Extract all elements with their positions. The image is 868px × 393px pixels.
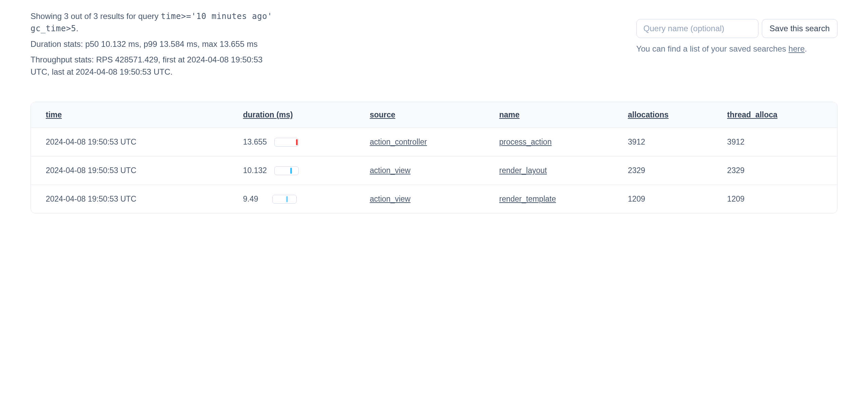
cell-duration: 10.132 xyxy=(236,156,363,185)
duration-value: 10.132 xyxy=(243,166,267,175)
cell-duration: 13.655 xyxy=(236,128,363,156)
cell-allocations: 2329 xyxy=(621,156,721,185)
duration-bar xyxy=(274,166,299,175)
duration-marker xyxy=(290,168,292,174)
duration-marker xyxy=(286,196,288,202)
duration-value: 9.49 xyxy=(243,194,265,204)
cell-name[interactable]: render_template xyxy=(492,185,621,213)
table-row: 2024-04-08 19:50:53 UTC10.132action_view… xyxy=(31,156,837,185)
cell-allocations: 3912 xyxy=(621,128,721,156)
cell-thread-allocations: 3912 xyxy=(721,128,837,156)
query-name-input[interactable] xyxy=(636,19,758,38)
results-suffix: . xyxy=(76,24,79,33)
col-header-duration[interactable]: duration (ms) xyxy=(236,102,363,128)
cell-source[interactable]: action_controller xyxy=(363,128,492,156)
col-header-time[interactable]: time xyxy=(31,102,236,128)
cell-allocations: 1209 xyxy=(621,185,721,213)
throughput-stats: Throughput stats: RPS 428571.429, first … xyxy=(31,54,275,78)
saved-searches-link[interactable]: here xyxy=(788,44,805,53)
table-row: 2024-04-08 19:50:53 UTC13.655action_cont… xyxy=(31,128,837,156)
saved-searches-hint: You can find a list of your saved search… xyxy=(636,44,807,54)
table-row: 2024-04-08 19:50:53 UTC9.49action_viewre… xyxy=(31,185,837,213)
col-header-name[interactable]: name xyxy=(492,102,621,128)
cell-duration: 9.49 xyxy=(236,185,363,213)
cell-thread-allocations: 1209 xyxy=(721,185,837,213)
duration-marker xyxy=(296,139,298,145)
duration-bar xyxy=(272,195,297,204)
save-search-panel: Save this search You can find a list of … xyxy=(636,10,837,54)
cell-time: 2024-04-08 19:50:53 UTC xyxy=(31,185,236,213)
save-search-button[interactable]: Save this search xyxy=(762,19,837,38)
results-prefix: Showing 3 out of 3 results for query xyxy=(31,12,161,21)
cell-time: 2024-04-08 19:50:53 UTC xyxy=(31,128,236,156)
results-table-container: time duration (ms) source name allocatio… xyxy=(31,102,837,213)
duration-stats: Duration stats: p50 10.132 ms, p99 13.58… xyxy=(31,38,275,50)
col-header-source[interactable]: source xyxy=(363,102,492,128)
duration-value: 13.655 xyxy=(243,137,267,147)
cell-time: 2024-04-08 19:50:53 UTC xyxy=(31,156,236,185)
col-header-thread-allocations[interactable]: thread_alloca xyxy=(721,102,837,128)
results-line: Showing 3 out of 3 results for query tim… xyxy=(31,10,275,35)
cell-source[interactable]: action_view xyxy=(363,156,492,185)
results-table: time duration (ms) source name allocatio… xyxy=(31,102,837,213)
cell-name[interactable]: render_layout xyxy=(492,156,621,185)
summary-text: Showing 3 out of 3 results for query tim… xyxy=(31,10,275,81)
cell-name[interactable]: process_action xyxy=(492,128,621,156)
cell-thread-allocations: 2329 xyxy=(721,156,837,185)
cell-source[interactable]: action_view xyxy=(363,185,492,213)
col-header-allocations[interactable]: allocations xyxy=(621,102,721,128)
duration-bar xyxy=(274,138,299,147)
